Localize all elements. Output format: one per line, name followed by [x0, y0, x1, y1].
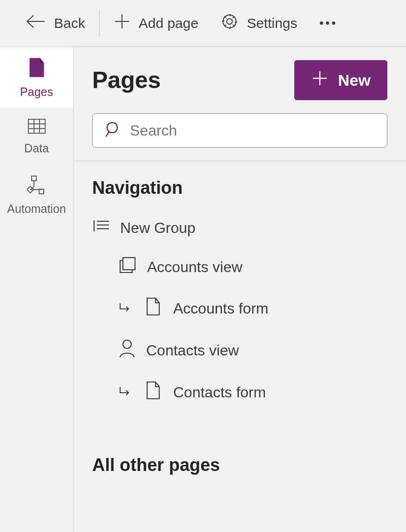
plus-icon: [311, 69, 329, 91]
settings-label: Settings: [247, 15, 297, 31]
dot-icon: [326, 21, 329, 25]
page-icon: [28, 57, 46, 81]
view-stack-icon: [118, 256, 137, 278]
dot-icon: [332, 21, 335, 25]
nav-item-label: Accounts view: [147, 259, 243, 276]
add-page-label: Add page: [139, 15, 198, 31]
back-button[interactable]: Back: [14, 14, 96, 32]
left-rail-label: Data: [24, 142, 49, 155]
left-rail: Pages Data: [0, 47, 74, 532]
child-arrow-icon: [118, 300, 131, 317]
nav-item-contacts-view[interactable]: Contacts view: [74, 329, 406, 371]
search-icon: [105, 121, 122, 140]
form-file-icon: [145, 381, 161, 404]
back-label: Back: [54, 15, 85, 31]
svg-point-4: [223, 15, 236, 28]
settings-button[interactable]: Settings: [210, 13, 308, 34]
dot-icon: [320, 21, 323, 25]
child-arrow-icon: [118, 384, 131, 401]
nav-item-label: Contacts form: [173, 384, 266, 401]
svg-rect-21: [123, 258, 135, 270]
new-button-label: New: [338, 71, 371, 89]
more-button[interactable]: [309, 21, 346, 25]
toolbar-divider: [99, 10, 100, 36]
nav-item-accounts-view[interactable]: Accounts view: [74, 246, 406, 287]
search-input[interactable]: [130, 122, 375, 139]
svg-line-16: [106, 132, 109, 136]
search-box[interactable]: [92, 113, 387, 148]
nav-group[interactable]: New Group: [74, 209, 406, 246]
table-icon: [27, 118, 46, 137]
group-list-icon: [92, 218, 110, 237]
new-button[interactable]: New: [294, 60, 387, 100]
svg-point-3: [227, 19, 232, 24]
navigation-section-title: Navigation: [74, 161, 406, 209]
nav-item-accounts-form[interactable]: Accounts form: [74, 287, 406, 329]
gear-icon: [221, 13, 238, 34]
nav-item-label: Accounts form: [173, 300, 269, 317]
page-title: Pages: [92, 67, 161, 94]
plus-icon: [114, 13, 130, 33]
person-icon: [118, 339, 136, 362]
left-rail-label: Automation: [7, 202, 66, 216]
left-rail-label: Pages: [20, 85, 53, 99]
main-panel: Pages New: [74, 47, 406, 532]
nav-group-label: New Group: [120, 219, 196, 237]
left-rail-item-automation[interactable]: Automation: [0, 166, 73, 225]
all-other-pages-title: All other pages: [74, 413, 406, 486]
svg-rect-5: [28, 119, 45, 133]
left-rail-item-pages[interactable]: Pages: [0, 48, 73, 107]
flow-icon: [27, 175, 47, 198]
nav-item-contacts-form[interactable]: Contacts form: [74, 371, 406, 413]
svg-point-15: [107, 123, 117, 133]
svg-rect-10: [32, 176, 36, 181]
nav-item-label: Contacts view: [146, 342, 239, 359]
top-toolbar: Back Add page Settings: [0, 0, 406, 47]
form-file-icon: [145, 297, 161, 320]
left-rail-item-data[interactable]: Data: [0, 107, 73, 166]
add-page-button[interactable]: Add page: [102, 13, 210, 33]
back-arrow-icon: [25, 14, 46, 32]
svg-point-22: [123, 340, 131, 348]
